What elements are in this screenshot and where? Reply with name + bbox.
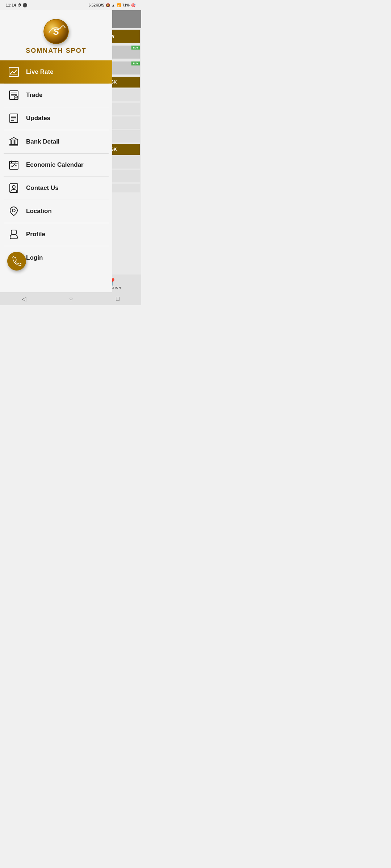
nav-item-trade[interactable]: Trade: [0, 84, 112, 107]
nav-label-location: Location: [26, 208, 52, 215]
buy-badge-1: BUY: [131, 46, 140, 50]
nav-item-location[interactable]: Location: [0, 200, 112, 223]
profile-icon: [7, 228, 20, 241]
updates-icon: [7, 112, 20, 125]
status-wifi-icon: ▲: [112, 3, 115, 7]
nav-item-updates[interactable]: Updates: [0, 107, 112, 130]
recent-button[interactable]: □: [110, 294, 126, 303]
back-button[interactable]: ◁: [16, 294, 32, 304]
nav-item-live-rate[interactable]: Live Rate: [0, 60, 112, 84]
svg-rect-2: [9, 67, 18, 77]
trade-icon: [7, 89, 20, 102]
svg-rect-9: [10, 114, 18, 123]
svg-rect-17: [16, 140, 17, 145]
drawer-logo-area: S SOMNATH SPOT: [0, 10, 112, 60]
nav-label-bank-detail: Bank Detail: [26, 138, 60, 145]
svg-point-26: [12, 209, 15, 212]
nav-item-contact-us[interactable]: Contact Us: [0, 176, 112, 200]
drawer: S SOMNATH SPOT Live Rate: [0, 10, 112, 292]
nav-item-profile[interactable]: Profile: [0, 223, 112, 246]
svg-rect-16: [13, 140, 14, 145]
nav-label-contact-us: Contact Us: [26, 184, 59, 192]
status-signal-icon: 📶: [117, 3, 121, 7]
nav-item-economic-calendar[interactable]: Economic Calendar: [0, 153, 112, 176]
nav-label-updates: Updates: [26, 115, 50, 122]
home-button[interactable]: ○: [63, 294, 79, 303]
bank-detail-icon: [7, 135, 20, 148]
buy-badge-2: BUY: [131, 61, 140, 65]
status-battery: 71%: [122, 3, 130, 7]
status-battery-icon: 🎯: [131, 3, 135, 7]
status-bar: 11:14 ⏱ ⚫ 6.52KB/S 🔕 ▲ 📶 71% 🎯: [0, 0, 141, 10]
phone-fab[interactable]: [7, 252, 26, 271]
status-icons: ⏱ ⚫: [17, 3, 28, 8]
svg-rect-27: [11, 230, 16, 234]
logo-svg: S: [43, 19, 69, 44]
svg-point-25: [12, 186, 15, 188]
app-logo: S: [43, 19, 69, 44]
economic-calendar-icon: [7, 158, 20, 171]
svg-rect-15: [10, 140, 12, 145]
app-container: CO.RCHANT W BUY BUY ASK 50850 H - 50860 …: [0, 10, 141, 292]
svg-text:S: S: [53, 27, 59, 37]
nav-item-bank-detail[interactable]: Bank Detail: [0, 130, 112, 153]
nav-label-economic-calendar: Economic Calendar: [26, 161, 84, 169]
nav-label-live-rate: Live Rate: [26, 68, 54, 76]
location-icon: [7, 205, 20, 218]
status-notif-icon: 🔕: [106, 3, 110, 7]
bottom-nav: ◁ ○ □: [0, 292, 141, 305]
app-title: SOMNATH SPOT: [26, 47, 87, 55]
contact-us-icon: [7, 182, 20, 195]
nav-label-login: Login: [26, 254, 43, 261]
svg-marker-14: [9, 137, 18, 140]
nav-label-profile: Profile: [26, 231, 45, 238]
nav-label-trade: Trade: [26, 92, 42, 99]
phone-icon: [12, 256, 21, 266]
status-speed: 6.52KB/S: [89, 3, 104, 7]
live-rate-icon: [7, 65, 20, 78]
status-time: 11:14: [6, 3, 16, 7]
